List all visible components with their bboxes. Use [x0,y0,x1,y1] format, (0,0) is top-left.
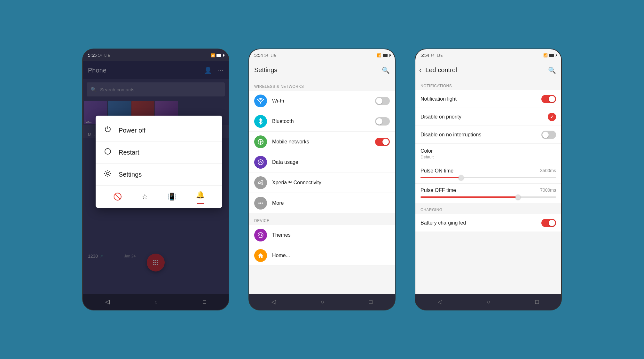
pulse-off-fill [420,196,518,198]
divider-2 [96,163,222,164]
wifi-item[interactable]: Wi-Fi [249,91,395,111]
pulse-on-row: Pulse ON time 3500ms [415,164,561,184]
svg-point-25 [259,234,260,235]
home-item[interactable]: Home... [249,245,395,266]
divider-1 [96,141,222,141]
battery-charging-toggle[interactable] [541,219,556,227]
pulse-off-track[interactable] [420,196,556,198]
pulse-off-value: 7000ms [540,187,556,193]
recents-button-3[interactable]: □ [532,295,542,309]
charging-section-header: CHARGING [415,203,561,214]
phone-frame-2: 5:54 14 LTE 📶 Settings 🔍 WIRELESS & NETW… [248,49,396,310]
settings-header: Settings 🔍 [249,61,395,79]
settings-item[interactable]: Settings [96,165,222,184]
battery-icon-2 [383,54,390,57]
svg-point-17 [258,182,260,184]
pulse-on-track[interactable] [420,177,556,178]
pulse-on-thumb[interactable] [459,175,464,180]
notification-light-toggle[interactable] [541,95,556,103]
pulse-off-thumb[interactable] [515,195,521,200]
home-button-2[interactable]: ○ [318,295,327,309]
status-bar-3: 5:54 14 LTE 📶 [415,49,561,61]
mobile-networks-label: Mobile networks [272,139,370,145]
color-row[interactable]: Color Default [415,144,561,164]
home-icon [254,249,267,262]
svg-point-1 [106,150,109,153]
back-button-1[interactable]: ◁ [102,295,113,309]
color-label: Color [420,148,556,154]
bluetooth-toggle[interactable] [375,117,390,126]
svg-point-16 [260,162,261,163]
status-extra-1: 14 [98,53,102,57]
settings-label: Settings [119,171,142,178]
home-button-1[interactable]: ○ [151,295,161,309]
phone-frame-1: 5:55 14 LTE 📶 Phone 👤 ⋯ 🔍 Search contact… [82,49,229,310]
divider-3 [96,185,222,186]
wireless-section-header: WIRELESS & NETWORKS [249,79,395,91]
disable-on-priority-label: Disable on priority [420,114,544,120]
svg-point-19 [261,183,263,185]
battery-charging-item[interactable]: Battery charging led [415,214,561,232]
wifi-icon [254,95,267,107]
xperia-connectivity-item[interactable]: Xperia™ Connectivity [249,172,395,193]
mobile-networks-item[interactable]: Mobile networks [249,132,395,152]
notification-icon-container: 🔔 [194,191,207,203]
status-extra-2: 14 [264,53,268,57]
power-off-item[interactable]: Power off [96,121,222,140]
recents-button-1[interactable]: □ [200,295,209,309]
recents-button-2[interactable]: □ [366,295,376,309]
phone-frame-3: 5:54 14 LTE 📶 ‹ Led control 🔍 NOTIFICATI… [415,49,562,310]
settings-icon [103,169,112,180]
xperia-connectivity-label: Xperia™ Connectivity [272,180,390,186]
phone1-screen: Phone 👤 ⋯ 🔍 Search contacts La... La... [83,61,229,294]
pulse-off-header: Pulse OFF time 7000ms [420,187,556,193]
themes-item[interactable]: Themes [249,225,395,245]
settings-search-icon[interactable]: 🔍 [382,66,390,74]
battery-icon-3 [549,54,556,57]
pulse-off-row: Pulse OFF time 7000ms [415,184,561,203]
home-button-3[interactable]: ○ [484,295,494,309]
notifications-section-header: NOTIFICATIONS [415,79,561,90]
more-item[interactable]: More [249,193,395,213]
power-off-label: Power off [119,127,145,134]
notification-bell-icon[interactable]: 🔔 [194,189,207,201]
vibrate-icon[interactable]: 📳 [166,191,178,203]
svg-point-12 [260,102,261,103]
back-button-2[interactable]: ◁ [268,295,279,309]
disable-on-priority-item[interactable]: Disable on priority [415,108,561,126]
pulse-on-header: Pulse ON time 3500ms [420,168,556,174]
data-usage-label: Data usage [272,159,390,165]
nav-bar-2: ◁ ○ □ [249,294,395,310]
more-icon [254,197,267,210]
settings-title: Settings [254,66,277,74]
dnd-icon[interactable]: 🚫 [111,191,124,203]
disable-on-no-interruptions-toggle[interactable] [541,131,556,139]
led-screen: ‹ Led control 🔍 NOTIFICATIONS Notificati… [415,61,561,294]
pulse-off-label: Pulse OFF time [420,187,456,193]
disable-on-no-interruptions-label: Disable on no interruptions [420,132,538,138]
disable-on-no-interruptions-item[interactable]: Disable on no interruptions [415,126,561,144]
svg-point-2 [106,172,109,175]
color-value: Default [420,155,556,159]
bluetooth-item[interactable]: Bluetooth [249,111,395,132]
svg-point-22 [258,202,260,204]
led-back-button[interactable]: ‹ [417,64,424,77]
svg-line-21 [260,183,261,184]
star-icon[interactable]: ☆ [140,191,150,203]
disable-on-priority-checkbox[interactable] [548,113,556,121]
led-search-icon[interactable]: 🔍 [546,64,559,77]
back-button-3[interactable]: ◁ [435,295,445,309]
led-header: ‹ Led control 🔍 [415,61,561,79]
restart-item[interactable]: Restart [96,143,222,162]
bluetooth-icon [254,115,267,128]
svg-point-24 [262,202,263,204]
status-time-3: 5:54 [420,53,429,58]
svg-point-23 [260,202,261,204]
wifi-toggle[interactable] [375,97,390,105]
notification-light-label: Notification light [420,96,538,102]
bluetooth-label: Bluetooth [272,118,370,124]
data-usage-item[interactable]: Data usage [249,152,395,172]
notification-light-item[interactable]: Notification light [415,90,561,108]
mobile-networks-icon [254,135,267,148]
mobile-networks-toggle[interactable] [375,138,390,146]
